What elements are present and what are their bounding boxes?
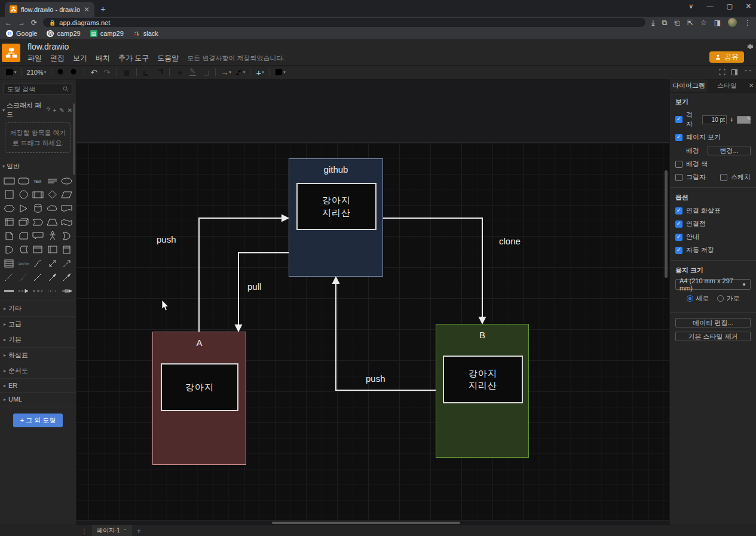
shape-card[interactable] bbox=[16, 229, 30, 242]
view-panels-icon[interactable]: ▾ bbox=[4, 66, 19, 79]
connection-style-icon[interactable]: →▾ bbox=[219, 66, 233, 79]
menu-help[interactable]: 도움말 bbox=[154, 52, 182, 65]
tab-diagram[interactable]: 다이어그램 bbox=[670, 79, 708, 92]
diagram-canvas[interactable]: github 강아지 지리산 A 강아지 B 강아지 지리산 push pull… bbox=[76, 79, 669, 525]
panel-close-icon[interactable]: ✕ bbox=[746, 79, 756, 92]
shape-hexagon[interactable] bbox=[2, 202, 16, 215]
line-color-icon[interactable]: ✎ bbox=[186, 66, 199, 79]
new-tab-button[interactable]: + bbox=[100, 4, 106, 14]
shape-container[interactable] bbox=[30, 243, 45, 256]
sidebar-section-arrows[interactable]: ▸화살표 bbox=[0, 347, 76, 363]
edge-label-push-2[interactable]: push bbox=[366, 373, 385, 384]
insert-icon[interactable]: +▾ bbox=[253, 66, 267, 79]
back-icon[interactable]: ← bbox=[5, 19, 12, 27]
menu-arrange[interactable]: 배치 bbox=[92, 52, 114, 65]
shape-container-2[interactable] bbox=[45, 243, 60, 256]
side-panel-icon[interactable]: ◨ bbox=[714, 19, 721, 27]
undo-icon[interactable]: ↶ bbox=[87, 66, 100, 79]
sketch-checkbox[interactable] bbox=[720, 174, 727, 181]
menu-extras[interactable]: 추가 도구 bbox=[115, 52, 152, 65]
shape-callout[interactable] bbox=[30, 229, 45, 242]
browser-menu-icon[interactable]: ⋮ bbox=[744, 19, 751, 27]
window-minimize-icon[interactable]: — bbox=[706, 2, 713, 10]
shape-rounded-rectangle[interactable] bbox=[16, 174, 30, 187]
share-page-icon[interactable]: ⇱ bbox=[687, 19, 693, 27]
redo-icon[interactable]: ↷ bbox=[100, 66, 114, 79]
shape-ellipse[interactable] bbox=[60, 174, 74, 187]
page-view-checkbox[interactable] bbox=[675, 134, 682, 141]
shape-process[interactable] bbox=[30, 188, 45, 201]
node-b-inner-box[interactable]: 강아지 지리산 bbox=[443, 356, 523, 403]
zoom-level-dropdown[interactable]: 210%▾ bbox=[25, 66, 48, 79]
bookmark-sheets[interactable]: ▤ camp29 bbox=[90, 30, 124, 37]
canvas-horizontal-scrollbar[interactable] bbox=[272, 522, 460, 524]
sidebar-section-er[interactable]: ▸ER bbox=[0, 378, 76, 392]
scratchpad-header[interactable]: ▾ 스크래치 패드 ? + ✎ ✕ bbox=[0, 97, 76, 121]
edge-label-push-1[interactable]: push bbox=[157, 234, 176, 244]
shape-step[interactable] bbox=[30, 216, 45, 228]
tab-style[interactable]: 스타일 bbox=[708, 79, 746, 92]
menu-edit[interactable]: 편집 bbox=[47, 52, 68, 65]
edge-label-clone[interactable]: clone bbox=[499, 236, 521, 246]
shape-list[interactable] bbox=[2, 257, 16, 269]
bookmark-google[interactable]: G Google bbox=[6, 30, 37, 37]
scratchpad-dropzone[interactable]: 저장할 항목을 여기로 드래그 하세요. bbox=[5, 122, 71, 153]
shape-or[interactable] bbox=[60, 229, 74, 242]
shape-cylinder[interactable] bbox=[30, 202, 45, 215]
shape-arrow[interactable] bbox=[60, 257, 74, 269]
shape-directional-connector[interactable] bbox=[16, 284, 30, 297]
landscape-radio[interactable] bbox=[717, 295, 724, 302]
shape-square[interactable] bbox=[2, 188, 16, 201]
edit-data-button[interactable]: 데이터 편집... bbox=[675, 318, 751, 327]
shadow-icon[interactable] bbox=[199, 66, 212, 79]
portrait-radio[interactable] bbox=[687, 295, 693, 302]
shape-triangle[interactable] bbox=[16, 202, 30, 215]
shape-internal-storage[interactable] bbox=[2, 216, 16, 228]
shape-note[interactable] bbox=[2, 229, 16, 242]
waypoint-style-icon[interactable]: ▾ bbox=[233, 66, 247, 79]
add-page-icon[interactable]: + bbox=[137, 526, 142, 535]
shape-document[interactable] bbox=[60, 202, 74, 215]
theme-gear-icon[interactable] bbox=[746, 42, 754, 53]
collapse-toolbar-icon[interactable]: ⌃⌃ bbox=[743, 69, 752, 75]
autosave-checkbox[interactable] bbox=[675, 247, 682, 254]
node-github[interactable]: github 강아지 지리산 bbox=[289, 158, 383, 277]
shape-dotted-line[interactable] bbox=[16, 271, 30, 283]
more-shapes-button[interactable]: + 그 외 도형 bbox=[13, 414, 63, 427]
shape-diamond[interactable] bbox=[45, 188, 60, 201]
table-icon[interactable]: ▾ bbox=[273, 66, 287, 79]
pages-menu-icon[interactable]: ⋮ bbox=[81, 528, 87, 534]
delete-icon[interactable] bbox=[120, 66, 133, 79]
to-front-icon[interactable] bbox=[140, 66, 153, 79]
sidebar-section-uml[interactable]: ▸UML bbox=[0, 392, 76, 406]
shape-bidirectional-arrow[interactable] bbox=[45, 257, 60, 269]
shape-list-item[interactable]: List Item bbox=[16, 257, 30, 269]
forward-icon[interactable]: → bbox=[18, 19, 25, 27]
zoom-in-icon[interactable] bbox=[54, 66, 68, 79]
shadow-checkbox[interactable] bbox=[675, 174, 682, 181]
shape-cloud[interactable] bbox=[45, 202, 60, 215]
scratchpad-add-icon[interactable]: + bbox=[53, 107, 56, 114]
shape-dotted-edge[interactable] bbox=[45, 284, 60, 297]
sidebar-section-basic[interactable]: ▸기본 bbox=[0, 332, 76, 347]
shape-cube[interactable] bbox=[16, 216, 30, 228]
node-github-inner-box[interactable]: 강아지 지리산 bbox=[296, 183, 377, 230]
shape-circle[interactable] bbox=[16, 188, 30, 201]
shape-vertical-container[interactable] bbox=[60, 243, 74, 256]
shape-trapezoid[interactable] bbox=[45, 216, 60, 228]
shape-line[interactable] bbox=[30, 271, 45, 283]
shape-link[interactable] bbox=[2, 284, 16, 297]
install-icon[interactable]: ⤓ bbox=[651, 19, 654, 27]
bookmark-slack[interactable]: slack bbox=[133, 30, 158, 37]
bookmark-github[interactable]: 🐱 camp29 bbox=[47, 30, 80, 37]
window-maximize-icon[interactable]: ▢ bbox=[726, 2, 732, 10]
connection-points-checkbox[interactable] bbox=[675, 220, 682, 228]
shape-actor[interactable] bbox=[45, 229, 60, 242]
bookmark-star-icon[interactable]: ☆ bbox=[700, 19, 707, 27]
paper-size-select[interactable]: A4 (210 mm x 297 mm)▼ bbox=[675, 279, 751, 290]
sidebar-scrollbar[interactable] bbox=[73, 103, 75, 175]
format-panel-toggle-icon[interactable] bbox=[731, 67, 737, 78]
connection-arrows-checkbox[interactable] bbox=[675, 207, 682, 215]
general-section-header[interactable]: ▾ 일반 bbox=[0, 158, 76, 173]
reload-icon[interactable]: ⟳ bbox=[31, 19, 37, 27]
